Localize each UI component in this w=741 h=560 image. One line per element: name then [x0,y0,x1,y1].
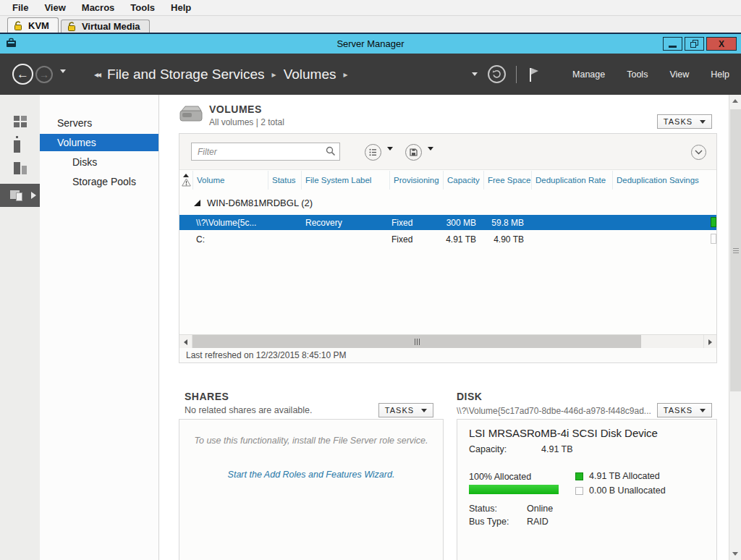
file-storage-services-icon [10,189,25,202]
shares-message: To use this functionality, install the F… [179,436,443,446]
cell-capacity: 300 MB [443,218,483,228]
server-group-row[interactable]: WIN-D6M81MRDBGL (2) [179,193,716,212]
kvm-tabbar: KVM Virtual Media [0,16,741,33]
scroll-right-button[interactable] [703,335,716,349]
shares-subtitle: No related shares are available. [185,405,313,415]
column-header-deduplication-rate[interactable]: Deduplication Rate [531,171,612,190]
menu-help[interactable]: Help [711,69,729,80]
scroll-left-button[interactable] [179,335,192,349]
restore-icon [690,40,698,48]
filter-bar [179,134,716,170]
disk-subtitle: \\?\Volume{5c17ad70-8dbe-446d-a978-f448c… [457,406,651,416]
menu-tools[interactable]: Tools [627,69,648,80]
chevron-up-icon [732,99,738,103]
alert-column-header[interactable] [179,171,192,190]
expand-arrow-icon [31,192,36,199]
back-button[interactable]: ← [12,64,33,85]
forward-arrow-icon: → [39,69,49,80]
vertical-scrollbar-thumb[interactable] [730,109,741,391]
column-header-capacity[interactable]: Capacity [443,171,483,190]
chevron-down-icon[interactable] [472,72,478,76]
table-row[interactable]: C: Fixed 4.91 TB 4.90 TB [179,232,716,247]
local-server-icon[interactable] [14,138,20,153]
menu-view[interactable]: View [36,2,73,13]
close-button[interactable]: X [706,37,737,51]
menu-manage[interactable]: Manage [572,69,605,80]
flag-icon[interactable] [527,66,540,83]
allocated-swatch-icon [575,472,583,480]
save-query-button[interactable] [405,144,422,161]
menu-macros[interactable]: Macros [74,2,123,13]
server-group-label: WIN-D6M81MRDBGL (2) [207,198,313,208]
menu-view[interactable]: View [669,69,689,80]
filter-options-button[interactable] [365,144,381,161]
column-header-provisioning[interactable]: Provisioning [389,171,443,190]
column-header-deduplication-savings[interactable]: Deduplication Savings [612,171,716,190]
column-header-status[interactable]: Status [268,171,301,190]
cell-free-space: 4.90 TB [483,234,531,245]
forward-button[interactable]: → [35,66,53,83]
horizontal-scrollbar[interactable] [179,334,716,349]
sidebar-item-servers[interactable]: Servers [40,114,158,132]
scroll-down-button[interactable] [729,548,741,560]
shares-tasks-button[interactable]: TASKS [378,403,433,417]
menu-tools[interactable]: Tools [122,2,163,13]
column-header-volume[interactable]: Volume [192,171,268,190]
volumes-tasks-button[interactable]: TASKS [657,114,712,129]
collapse-triangle-icon[interactable] [194,200,200,206]
history-dropdown[interactable] [60,73,66,86]
breadcrumb-separator: ▸ [344,69,348,80]
chevron-down-icon [732,552,738,556]
horizontal-scrollbar-thumb[interactable] [192,335,641,349]
menu-help[interactable]: Help [163,2,199,13]
disk-tasks-button[interactable]: TASKS [657,403,712,417]
refresh-button[interactable] [488,65,506,83]
collapse-panel-button[interactable] [691,145,706,160]
bus-type-value: RAID [527,517,549,527]
back-arrow-icon: ← [17,67,29,82]
breadcrumb-back-icon[interactable]: ◂◂ [94,69,100,80]
column-header-file-system-label[interactable]: File System Label [301,171,389,190]
cell-volume: C: [192,234,268,245]
volumes-panel: Volume Status File System Label Provisio… [179,133,717,363]
sidebar-item-storage-pools[interactable]: Storage Pools [40,173,158,190]
volumes-title: VOLUMES [209,103,284,115]
column-header-free-space[interactable]: Free Space [483,171,531,190]
breadcrumb-file-storage[interactable]: File and Storage Services [107,67,265,82]
sidebar-item-volumes[interactable]: Volumes [40,134,158,151]
status-value: Online [527,504,553,514]
chevron-down-icon [60,69,66,85]
tab-virtual-media[interactable]: Virtual Media [61,20,150,33]
chevron-down-icon [700,120,706,124]
menu-file[interactable]: File [4,2,36,13]
filter-options-dropdown[interactable] [387,150,393,164]
cell-provisioning: Fixed [389,218,443,228]
file-storage-services-item[interactable] [0,184,40,207]
legend-unallocated-label: 0.00 B Unallocated [589,485,666,496]
dashboard-icon[interactable] [14,116,27,127]
minimize-icon [669,46,677,48]
filter-input[interactable] [191,143,340,161]
table-row-selected[interactable]: \\?\Volume{5c... Recovery Fixed 300 MB 5… [179,215,716,230]
breadcrumb: ◂◂ File and Storage Services ▸ Volumes ▸ [94,54,348,95]
restore-button[interactable] [685,37,704,51]
breadcrumb-volumes[interactable]: Volumes [284,67,336,82]
main-pane: VOLUMES All volumes | 2 total TASKS [160,95,729,560]
chevron-down-icon [428,147,433,163]
cell-volume: \\?\Volume{5c... [192,218,268,228]
sidebar-item-disks[interactable]: Disks [40,153,158,171]
padlock-icon [67,22,77,31]
save-query-dropdown[interactable] [428,150,433,164]
cell-free-space: 59.8 MB [483,218,531,228]
volumes-table-header: Volume Status File System Label Provisio… [179,171,716,190]
sort-ascending-icon [183,174,189,177]
chevron-down-icon [695,150,703,155]
chevron-down-icon [387,147,393,163]
scroll-up-button[interactable] [729,95,741,107]
minimize-button[interactable] [663,37,682,51]
all-servers-icon[interactable] [14,162,27,174]
add-roles-features-link[interactable]: Start the Add Roles and Features Wizard. [179,470,443,480]
refresh-icon [492,69,501,79]
tab-kvm[interactable]: KVM [7,17,59,33]
vertical-scrollbar[interactable] [729,95,741,560]
